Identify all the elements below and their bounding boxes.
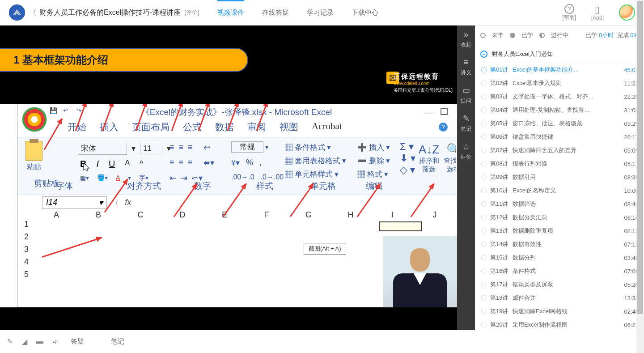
lecture-item[interactable]: 第15讲数据分列03:48 [475, 251, 644, 264]
collapse-button[interactable]: »收起 [461, 26, 471, 53]
status-icon [481, 94, 487, 99]
rect-icon[interactable]: ▬ [36, 337, 43, 346]
status-icon [481, 67, 487, 72]
cursor-icon [83, 162, 91, 172]
dock-ask[interactable]: ▭提问 [461, 81, 471, 109]
lecture-item[interactable]: 第13讲数据删除重复项08:12 [475, 224, 644, 238]
video-player[interactable]: 1 基本框架功能介绍 正保远程教育 www.cdeledu.com 美国纽交所上… [0, 26, 457, 330]
app-logo [9, 4, 25, 21]
dock-handout[interactable]: ≡讲义 [461, 53, 471, 81]
lecture-item[interactable]: 第01讲Excel的基本框架功能介…45:01 [475, 63, 644, 77]
eraser-icon[interactable]: ◢ [22, 337, 27, 346]
status-icon [481, 174, 487, 180]
main-area: 1 基本框架功能介绍 正保远程教育 www.cdeledu.com 美国纽交所上… [0, 26, 644, 330]
fill-down-icon: ⬇ ▾ [400, 153, 415, 164]
status-icon [481, 81, 487, 86]
lecture-item[interactable]: 第04讲通用处理-复制粘贴、查找替…31:03 [475, 103, 644, 117]
status-icon [481, 201, 487, 207]
help-button[interactable]: ? [帮助] [562, 4, 576, 21]
lecture-list: 第01讲Excel的基本框架功能介…45:01第02讲Excel基本录入规则11… [475, 63, 644, 330]
app-button[interactable]: ▯ [App] [591, 4, 604, 21]
find-icon: 🔍 [442, 143, 456, 157]
help-icon: ? [564, 4, 574, 14]
evaluate-link[interactable]: [评价] [184, 9, 199, 17]
nav-tabs: 视频课件 在线答疑 学习记录 下载中心 [217, 0, 378, 25]
tab-qa[interactable]: 在线答疑 [262, 0, 289, 25]
fx-icon: fx [125, 198, 131, 207]
selected-cell [379, 221, 422, 231]
autosum-icon: Σ ▾ [400, 141, 415, 153]
ribbon-tabs: 开始 插入 页面布局 公式 数据 审阅 视图 Acrobat ? [17, 121, 456, 133]
status-icon [481, 255, 487, 260]
lecture-item[interactable]: 第10讲Excel的名称定义10:00 [475, 184, 644, 197]
dock-notes[interactable]: ✎笔记 [461, 109, 471, 137]
tab-download[interactable]: 下载中心 [352, 0, 378, 25]
lecture-item[interactable]: 第02讲Excel基本录入规则11:22 [475, 77, 644, 90]
progress-legend: 未学 已学 进行中 已学 0小时 完成 0% [475, 26, 644, 45]
italic-icon: I [96, 159, 99, 169]
status-icon [481, 161, 487, 166]
lecture-item[interactable]: 第05讲窗口冻结、批注、表格隐藏09:29 [475, 117, 644, 130]
paste-button: 粘贴 [22, 141, 46, 172]
lecture-item[interactable]: 第09讲数据引用08:35 [475, 170, 644, 184]
slide-content: 1 基本框架功能介绍 正保远程教育 www.cdeledu.com 美国纽交所上… [0, 26, 457, 307]
font-shrink-icon: A [140, 159, 143, 169]
phone-icon: ▯ [595, 4, 600, 15]
page-scrollbar[interactable] [636, 0, 644, 353]
lecture-item[interactable]: 第07讲快速消除四舍五入的差异05:09 [475, 144, 644, 157]
lecture-item[interactable]: 第08讲报表行列对换05:17 [475, 157, 644, 170]
merge-icon: ⬌▾ [203, 158, 214, 168]
lecture-item[interactable]: 第11讲数据筛选08:44 [475, 197, 644, 211]
status-icon [481, 134, 487, 140]
lecture-item[interactable]: 第14讲数据有效性07:12 [475, 238, 644, 251]
status-icon [481, 215, 487, 220]
header-right: ? [帮助] ▯ [App] [562, 4, 635, 21]
back-icon[interactable]: 〈 [29, 7, 37, 18]
lecture-item[interactable]: 第06讲键盘常用快捷键28:17 [475, 130, 644, 144]
lecture-item[interactable]: 第17讲错误类型及屏蔽05:20 [475, 278, 644, 291]
dock-rate[interactable]: ☆评价 [461, 137, 471, 166]
wrap-icon: ↩ [203, 143, 210, 153]
lecture-item[interactable]: 第20讲采用Excel制作流程图06:21 [475, 318, 644, 330]
arrow-icon[interactable]: ➪ [52, 337, 58, 346]
bottom-tab-notes[interactable]: 笔记 [111, 337, 124, 346]
playlist-panel: 未学 已学 进行中 已学 0小时 完成 0% 财务人员Excel入门必知 第01… [475, 26, 644, 330]
lecture-item[interactable]: 第03讲文字处理—字体、格式、对齐…22:28 [475, 90, 644, 103]
logo-icon [13, 8, 21, 17]
circle-full-icon [510, 33, 515, 38]
pencil-icon: ✎ [461, 114, 471, 123]
ribbon-group-labels: 剪贴板 字体 对齐方式 数字 样式 单元格 编辑 [17, 180, 456, 192]
status-icon [481, 295, 487, 301]
user-avatar[interactable] [619, 4, 635, 21]
collapse-section-icon [480, 51, 487, 58]
tab-history[interactable]: 学习记录 [307, 0, 334, 25]
column-headers: ABCDEFGHIJ [35, 210, 456, 220]
underline-icon: U [109, 159, 115, 169]
list-icon: ≡ [461, 58, 471, 67]
lecture-item[interactable]: 第16讲条件格式07:09 [475, 264, 644, 278]
lecture-item[interactable]: 第19讲快速消除Excel网格线02:48 [475, 305, 644, 318]
bottom-tabs: 答疑 笔记 [0, 330, 644, 353]
brand-badge: 正保远程教育 www.cdeledu.com 美国纽交所上市公司(代码:DL) [394, 72, 453, 94]
tab-video[interactable]: 视频课件 [217, 0, 244, 25]
comma-icon: , [259, 158, 262, 168]
lecture-item[interactable]: 第12讲数据分类汇总06:14 [475, 211, 644, 224]
marker-icon[interactable]: ✎ [7, 337, 13, 346]
clipboard-icon [25, 141, 42, 161]
star-icon: ☆ [461, 142, 471, 152]
app-header: 〈 财务人员工作必备的Excel操作技巧-课程讲座 [评价] 视频课件 在线答疑… [0, 0, 644, 26]
screenshot-tooltip: 截图(Alt + A) [304, 243, 346, 255]
presenter-webcam [383, 236, 457, 307]
slide-title: 1 基本框架功能介绍 [0, 48, 248, 72]
status-icon [481, 228, 487, 234]
help-ribbon-icon: ? [439, 121, 448, 132]
align-top-icon: ≡ [169, 143, 174, 153]
circle-half-icon [539, 33, 545, 38]
row-headers: 12345 [17, 220, 35, 282]
bottom-tab-qa[interactable]: 答疑 [71, 337, 84, 346]
lecture-item[interactable]: 第18讲邮件合并13:32 [475, 291, 644, 305]
video-toolbar: ✎ ◢ ▬ ➪ [7, 337, 58, 346]
status-icon [481, 188, 487, 193]
font-grow-icon: A [125, 159, 130, 169]
section-header[interactable]: 财务人员Excel入门必知 [475, 45, 644, 63]
